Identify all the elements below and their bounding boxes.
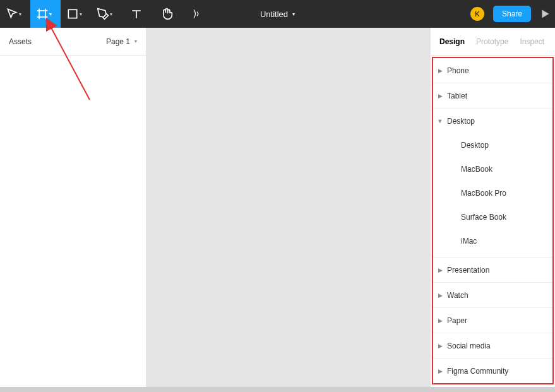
preset-children: DesktopMacBookMacBook ProSurface BookiMa… (433, 133, 552, 257)
preset-category-label: Phone (447, 66, 469, 75)
comment-icon (191, 8, 203, 20)
chevron-right-icon: ▶ (437, 68, 443, 74)
frame-tool[interactable]: ▾ (30, 0, 61, 28)
preset-category-label: Presentation (447, 266, 489, 275)
avatar-letter: K (475, 10, 479, 18)
tool-group-left: ▾ ▾ ▾ ▾ (0, 0, 212, 28)
page-selector[interactable]: Page 1 ▾ (106, 37, 137, 46)
document-title[interactable]: Untitled ▾ (260, 9, 295, 19)
share-button[interactable]: Share (493, 6, 531, 22)
chevron-down-icon: ▾ (110, 11, 112, 17)
page-label: Page 1 (106, 37, 130, 46)
top-toolbar: ▾ ▾ ▾ ▾ Untitled ▾ K (0, 0, 555, 28)
chevron-right-icon: ▶ (437, 93, 443, 99)
preset-category-label: Paper (447, 316, 467, 325)
left-panel: Assets Page 1 ▾ (0, 28, 146, 387)
preset-category-row[interactable]: ▶Presentation (433, 258, 552, 282)
preset-category: ▶Phone (433, 58, 552, 83)
preset-category-row[interactable]: ▶Social media (433, 333, 552, 358)
preset-item[interactable]: MacBook Pro (433, 181, 552, 205)
preset-category: ▶Paper (433, 308, 552, 333)
preset-item[interactable]: Desktop (433, 133, 552, 157)
toolbar-right: K Share (470, 6, 550, 22)
preset-category: ▶Watch (433, 283, 552, 308)
canvas[interactable] (146, 28, 430, 387)
frame-presets-panel: ▶Phone▶Tablet▼DesktopDesktopMacBookMacBo… (432, 57, 554, 384)
assets-label: Assets (9, 37, 32, 46)
chevron-down-icon: ▾ (19, 11, 21, 17)
tab-inspect[interactable]: Inspect (520, 37, 544, 46)
hand-tool[interactable] (152, 0, 182, 28)
preset-category-row[interactable]: ▶Phone (433, 58, 552, 83)
right-panel: Design Prototype Inspect ▶Phone▶Tablet▼D… (430, 28, 555, 387)
rectangle-icon (66, 8, 79, 20)
preset-category: ▶Social media (433, 333, 552, 359)
chevron-right-icon: ▶ (437, 318, 443, 324)
cursor-icon (6, 8, 18, 20)
document-title-text: Untitled (260, 9, 288, 19)
right-panel-tabs: Design Prototype Inspect (431, 28, 555, 56)
shape-tool[interactable]: ▾ (61, 0, 91, 28)
preset-category-label: Watch (447, 291, 468, 300)
main-area: Assets Page 1 ▾ Design Prototype Inspect… (0, 28, 555, 387)
chevron-down-icon: ▼ (437, 118, 443, 124)
chevron-right-icon: ▶ (437, 292, 443, 299)
preset-item[interactable]: iMac (433, 229, 552, 253)
chevron-down-icon: ▾ (134, 39, 137, 44)
preset-category: ▶Presentation (433, 258, 552, 283)
svg-rect-4 (68, 9, 76, 18)
preset-category-row[interactable]: ▶Tablet (433, 83, 552, 108)
text-tool[interactable] (121, 0, 152, 28)
preset-category: ▶Figma Community (433, 359, 552, 384)
text-icon (130, 8, 143, 20)
tab-design[interactable]: Design (439, 37, 465, 46)
pen-tool[interactable]: ▾ (91, 0, 121, 28)
chevron-down-icon: ▾ (292, 11, 295, 17)
preset-category-label: Figma Community (447, 367, 508, 376)
chevron-right-icon: ▶ (437, 267, 443, 273)
footer-strip (0, 387, 555, 392)
pen-icon (97, 8, 109, 20)
left-panel-header: Assets Page 1 ▾ (0, 28, 146, 56)
preset-category-row[interactable]: ▶Paper (433, 308, 552, 333)
preset-item[interactable]: Surface Book (433, 205, 552, 229)
preset-category-label: Social media (447, 342, 491, 350)
chevron-down-icon: ▾ (80, 11, 82, 17)
preset-category-row[interactable]: ▶Watch (433, 283, 552, 307)
preset-category: ▼DesktopDesktopMacBookMacBook ProSurface… (433, 109, 552, 258)
present-button[interactable] (540, 9, 550, 19)
play-icon (540, 9, 550, 19)
chevron-right-icon: ▶ (437, 343, 443, 349)
preset-item[interactable]: MacBook (433, 157, 552, 181)
svg-marker-5 (542, 11, 548, 18)
preset-category-label: Desktop (447, 117, 475, 126)
frame-icon (36, 8, 49, 20)
comment-tool[interactable] (182, 0, 212, 28)
preset-category-label: Tablet (447, 92, 467, 100)
tab-prototype[interactable]: Prototype (476, 37, 508, 46)
avatar[interactable]: K (470, 7, 484, 21)
preset-category-row[interactable]: ▼Desktop (433, 109, 552, 133)
hand-icon (160, 8, 173, 20)
chevron-right-icon: ▶ (437, 368, 443, 374)
preset-category: ▶Tablet (433, 83, 552, 109)
preset-category-row[interactable]: ▶Figma Community (433, 359, 552, 383)
assets-tab[interactable]: Assets (9, 37, 32, 46)
share-label: Share (502, 9, 522, 18)
move-tool[interactable]: ▾ (0, 0, 30, 28)
chevron-down-icon: ▾ (49, 11, 52, 17)
